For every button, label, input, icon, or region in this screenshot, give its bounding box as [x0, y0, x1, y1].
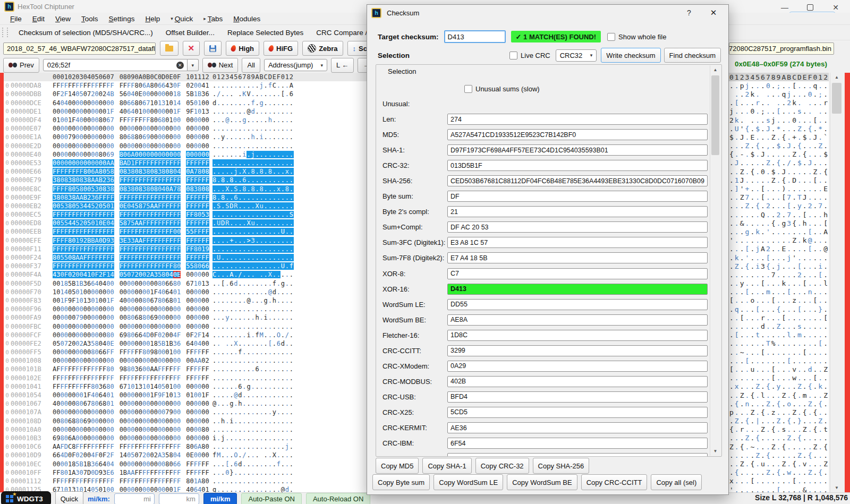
hex-byte-cell[interactable]: FF — [201, 460, 209, 468]
hex-byte-cell[interactable]: FF — [120, 211, 127, 218]
hex-byte-cell[interactable]: 36 — [135, 365, 142, 373]
hex-byte-cell[interactable]: 00 — [194, 426, 201, 433]
hex-byte-cell[interactable]: 80 — [53, 254, 60, 261]
hex-byte-cell[interactable]: 00 — [75, 142, 83, 150]
ascii-cell[interactable]: . — [268, 125, 272, 132]
hex-byte-cell[interactable]: 00 — [53, 151, 60, 158]
ascii-cell[interactable]: . — [285, 383, 289, 390]
ascii-cell[interactable]: . — [251, 254, 255, 261]
hex-byte-cell[interactable]: 01 — [106, 400, 114, 407]
hex-byte-cell[interactable]: 2F — [99, 271, 106, 278]
hex-byte-cell[interactable]: B2 — [99, 176, 106, 184]
hex-byte-cell[interactable]: FF — [60, 262, 67, 270]
ascii-cell[interactable]: . — [221, 271, 225, 278]
hex-byte-cell[interactable]: 64 — [127, 108, 134, 115]
hex-byte-cell[interactable]: FF — [99, 82, 106, 89]
ascii-cell[interactable]: . — [255, 391, 259, 399]
hex-byte-cell[interactable]: 10 — [194, 108, 201, 115]
hex-byte-cell[interactable]: 02 — [142, 271, 150, 278]
ascii-cell[interactable]: . — [251, 194, 255, 201]
ascii-cell[interactable]: . — [242, 305, 246, 313]
ascii-row[interactable]: ..~...[.......[.... — [729, 348, 829, 356]
ascii-cell[interactable]: . — [272, 125, 276, 132]
ascii-cell[interactable]: . — [246, 443, 251, 450]
ascii-cell[interactable]: . — [212, 288, 217, 296]
hex-row[interactable]: 000000E2D0000000000000000000000000000000… — [4, 142, 407, 150]
ascii-cell[interactable]: . — [268, 194, 272, 201]
hex-byte-cell[interactable]: 00 — [173, 426, 181, 433]
hex-row[interactable]: 000000DBB0F2F14050720024B56040E000000001… — [4, 90, 407, 98]
ascii-cell[interactable]: . — [251, 228, 255, 235]
hex-byte-cell[interactable]: 00 — [106, 426, 114, 433]
ascii-cell[interactable]: y — [221, 133, 225, 141]
ascii-cell[interactable]: . — [230, 357, 234, 364]
hex-byte-cell[interactable]: 80 — [127, 331, 134, 339]
hex-byte-cell[interactable]: 40 — [158, 288, 165, 296]
ascii-cell[interactable]: . — [289, 374, 293, 382]
ascii-cell[interactable]: . — [217, 348, 221, 356]
ascii-cell[interactable]: . — [234, 262, 238, 270]
ascii-cell[interactable]: . — [276, 426, 280, 433]
ascii-cell[interactable]: . — [276, 237, 280, 244]
hex-byte-cell[interactable]: 80 — [106, 365, 114, 373]
hex-byte-cell[interactable]: 00 — [150, 280, 157, 287]
hex-byte-cell[interactable]: 00 — [173, 383, 181, 390]
ascii-cell[interactable]: . — [221, 125, 225, 132]
ascii-cell[interactable]: . — [285, 314, 289, 321]
hex-row[interactable]: 00000107A0000000000000000000000000000790… — [4, 408, 407, 416]
ascii-cell[interactable]: . — [217, 262, 221, 270]
hex-byte-cell[interactable]: 53 — [60, 202, 67, 210]
hex-byte-cell[interactable]: 00 — [83, 348, 91, 356]
field-value-input[interactable] — [447, 453, 708, 457]
hex-byte-cell[interactable]: FF — [194, 365, 201, 373]
ascii-cell[interactable]: . — [276, 168, 280, 175]
hex-byte-cell[interactable]: 52 — [75, 219, 83, 227]
ascii-cell[interactable]: . — [285, 288, 289, 296]
ascii-cell[interactable]: . — [221, 228, 225, 235]
ascii-cell[interactable]: . — [221, 82, 225, 89]
hex-byte-cell[interactable]: 80 — [186, 477, 193, 485]
hex-byte-cell[interactable]: AA — [75, 194, 83, 201]
hex-byte-cell[interactable]: FF — [83, 228, 91, 235]
ascii-cell[interactable]: . — [212, 280, 217, 287]
hex-row[interactable]: 0000010080000000000000000000000000000000… — [4, 356, 407, 365]
hex-byte-cell[interactable]: FF — [186, 219, 193, 227]
ascii-cell[interactable]: . — [285, 391, 289, 399]
hex-byte-cell[interactable]: 13 — [201, 280, 209, 287]
ascii-cell[interactable]: . — [255, 443, 259, 450]
ascii-cell[interactable]: . — [238, 374, 242, 382]
hex-byte-cell[interactable]: 00 — [201, 400, 209, 407]
ascii-cell[interactable]: . — [225, 108, 230, 115]
hex-byte-cell[interactable]: 64 — [91, 280, 98, 287]
ascii-cell[interactable]: . — [221, 426, 225, 433]
ascii-cell[interactable]: . — [238, 228, 242, 235]
hex-byte-cell[interactable]: 13 — [158, 99, 165, 107]
ascii-cell[interactable]: g — [230, 400, 234, 407]
hex-byte-cell[interactable]: 00 — [201, 271, 209, 278]
ascii-cell[interactable]: . — [268, 443, 272, 450]
ascii-cell[interactable]: . — [280, 348, 285, 356]
ascii-cell[interactable]: . — [276, 151, 280, 158]
ascii-cell[interactable]: . — [272, 211, 276, 218]
ascii-cell[interactable]: . — [242, 133, 246, 141]
ascii-cell[interactable]: . — [221, 108, 225, 115]
copy-button[interactable]: Copy MD5 — [376, 458, 419, 474]
ascii-cell[interactable]: . — [255, 288, 259, 296]
hex-byte-cell[interactable]: 00 — [91, 434, 98, 442]
hex-byte-cell[interactable]: 00 — [60, 142, 67, 150]
hex-byte-cell[interactable]: 00 — [75, 408, 83, 416]
hex-byte-cell[interactable]: 08 — [186, 185, 193, 193]
ascii-cell[interactable]: . — [264, 340, 268, 347]
menu-item[interactable]: File — [5, 14, 27, 24]
hex-byte-cell[interactable]: FF — [106, 254, 114, 261]
ascii-cell[interactable]: g — [212, 486, 217, 492]
ascii-cell[interactable]: . — [221, 262, 225, 270]
ascii-row[interactable]: ...Z.{.,.$.J.{...Z. — [729, 142, 829, 150]
hex-byte-cell[interactable]: FF — [194, 194, 201, 201]
ascii-cell[interactable]: d — [212, 99, 217, 107]
hex-byte-cell[interactable]: 1B — [120, 469, 127, 476]
ascii-cell[interactable]: . — [242, 254, 246, 261]
hex-byte-cell[interactable]: 33 — [127, 237, 134, 244]
ascii-cell[interactable]: . — [259, 219, 264, 227]
hex-byte-cell[interactable]: 00 — [75, 159, 83, 167]
